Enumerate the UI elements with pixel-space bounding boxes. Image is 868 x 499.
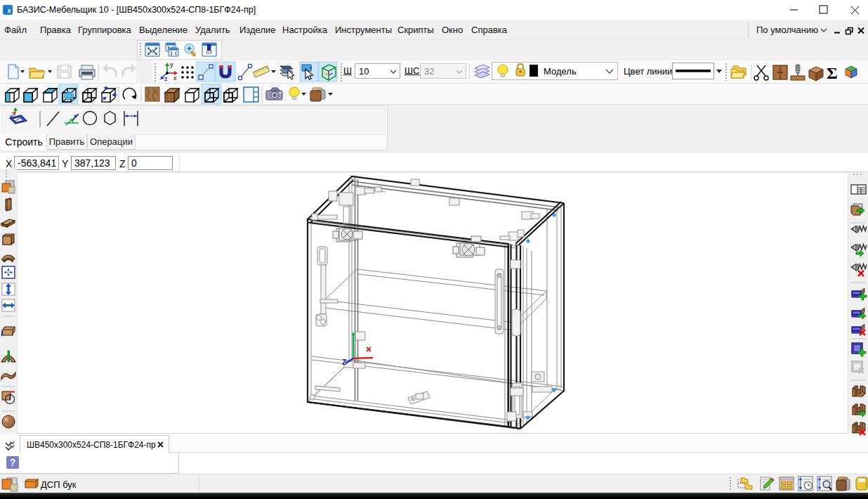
svg-text:ДСП бук: ДСП бук <box>41 479 77 490</box>
svg-text:Z: Z <box>342 358 346 366</box>
